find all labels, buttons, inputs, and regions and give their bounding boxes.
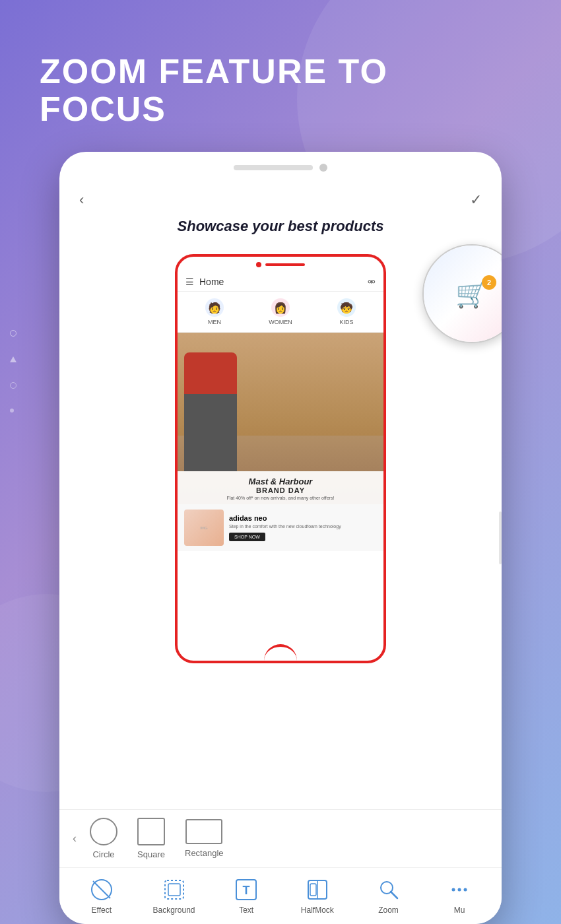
- cart-zoomed: 🛒 2: [455, 279, 488, 310]
- decor-triangle: [10, 356, 16, 362]
- background-label: Background: [152, 906, 195, 915]
- confirm-button[interactable]: ✓: [470, 191, 482, 209]
- more-icon: [447, 877, 472, 902]
- svg-line-10: [391, 892, 397, 898]
- decor-circle-2: [10, 382, 16, 389]
- app-header: ☰ Home ⚮: [178, 273, 383, 292]
- svg-point-13: [464, 888, 467, 892]
- kids-icon: 🧒: [337, 298, 356, 317]
- hamburger-icon[interactable]: ☰: [185, 277, 194, 287]
- men-icon: 🧑: [205, 298, 224, 317]
- showcase-text: Showcase your best products: [59, 218, 502, 235]
- back-button[interactable]: ‹: [79, 191, 84, 209]
- category-kids[interactable]: 🧒 KIDS: [337, 298, 356, 325]
- square-icon: [137, 818, 165, 845]
- shape-selector-row: ‹ Circle Square Rectangle: [59, 810, 502, 868]
- shape-back-button[interactable]: ‹: [73, 832, 77, 845]
- adidas-logo: adidas neo: [229, 514, 377, 522]
- phone-camera: [319, 164, 327, 172]
- adidas-image: IMG: [184, 510, 224, 546]
- brand-name: Mast & Harbour: [184, 477, 377, 486]
- circle-icon: [90, 818, 117, 845]
- brand-day: BRAND DAY: [184, 486, 377, 494]
- zoom-circle-content: × 🛒 2: [424, 246, 502, 342]
- bottom-toolbar: ‹ Circle Square Rectangle: [59, 809, 502, 924]
- svg-text:T: T: [243, 884, 250, 897]
- person-silhouette: [184, 352, 237, 471]
- inner-phone-camera: [256, 262, 261, 267]
- shape-square[interactable]: Square: [137, 818, 165, 859]
- cart-icon: 🛒 2: [455, 279, 488, 310]
- halfmock-label: HalfMock: [301, 906, 334, 915]
- phone-mockup: ‹ ✓ Showcase your best products ☰ Home ⚮…: [59, 152, 502, 924]
- phone-top-bar: [234, 164, 327, 172]
- background-icon: [162, 877, 187, 902]
- shape-rectangle[interactable]: Rectangle: [185, 819, 224, 858]
- more-label: Mu: [454, 906, 465, 915]
- svg-point-12: [458, 888, 461, 892]
- decor-dot: [10, 409, 14, 412]
- effect-label: Effect: [92, 906, 112, 915]
- rectangle-icon: [185, 819, 222, 844]
- tool-row: Effect Background T: [59, 868, 502, 924]
- svg-point-11: [452, 888, 455, 892]
- square-label: Square: [137, 849, 165, 859]
- men-label: MEN: [208, 319, 221, 325]
- brand-offer: Flat 40% off* on new arrivals, and many …: [184, 496, 377, 500]
- tool-halfmock[interactable]: HalfMock: [298, 877, 337, 915]
- svg-rect-2: [165, 880, 183, 899]
- tool-effect[interactable]: Effect: [82, 877, 121, 915]
- zoom-icon: [376, 877, 401, 902]
- decor-circle-1: [10, 330, 16, 337]
- category-men[interactable]: 🧑 MEN: [205, 298, 224, 325]
- cart-badge: 2: [482, 275, 496, 290]
- scroll-indicator: [499, 512, 502, 564]
- tool-zoom[interactable]: Zoom: [369, 877, 409, 915]
- search-icon[interactable]: ⚮: [368, 277, 376, 287]
- person-body: [184, 352, 237, 471]
- inner-phone-home-indicator: [264, 644, 297, 661]
- svg-rect-3: [168, 884, 180, 896]
- phone-speaker: [234, 165, 313, 170]
- hero-title: ZOOM FEATURE TO FOCUS: [40, 53, 521, 128]
- category-row: 🧑 MEN 👩 WOMEN 🧒 KIDS: [178, 292, 383, 333]
- kids-label: KIDS: [339, 319, 353, 325]
- rectangle-label: Rectangle: [185, 848, 224, 858]
- women-icon: 👩: [271, 298, 290, 317]
- inner-phone-speaker: [265, 263, 305, 266]
- adidas-tagline: Step in the comfort with the new cloudfo…: [229, 523, 377, 529]
- women-label: WOMEN: [269, 319, 292, 325]
- svg-line-1: [93, 881, 110, 898]
- adidas-text-block: adidas neo Step in the comfort with the …: [229, 514, 377, 541]
- tool-background[interactable]: Background: [152, 877, 195, 915]
- tool-more[interactable]: Mu: [440, 877, 479, 915]
- halfmock-icon: [305, 877, 330, 902]
- text-label: Text: [239, 906, 253, 915]
- adidas-shop-button[interactable]: SHOP NOW: [229, 533, 265, 541]
- svg-rect-8: [310, 884, 316, 896]
- inner-phone-mockup: ☰ Home ⚮ 🧑 MEN 👩 WOMEN 🧒 KIDS: [175, 254, 386, 663]
- text-icon: T: [234, 877, 259, 902]
- shape-circle[interactable]: Circle: [90, 818, 117, 859]
- zoom-circle: × 🛒 2: [422, 244, 502, 343]
- tool-text[interactable]: T Text: [226, 877, 266, 915]
- zoom-label: Zoom: [378, 906, 399, 915]
- effect-icon: [89, 877, 114, 902]
- hero-banner: Mast & Harbour BRAND DAY Flat 40% off* o…: [178, 333, 383, 504]
- home-label: Home: [199, 277, 224, 287]
- brand-overlay: Mast & Harbour BRAND DAY Flat 40% off* o…: [178, 471, 383, 504]
- category-women[interactable]: 👩 WOMEN: [269, 298, 292, 325]
- shape-items: Circle Square Rectangle: [90, 818, 224, 859]
- circle-label: Circle: [92, 849, 114, 859]
- inner-phone-top-bar: [178, 257, 383, 273]
- adidas-banner: IMG adidas neo Step in the comfort with …: [178, 504, 383, 551]
- side-decorations: [10, 330, 16, 412]
